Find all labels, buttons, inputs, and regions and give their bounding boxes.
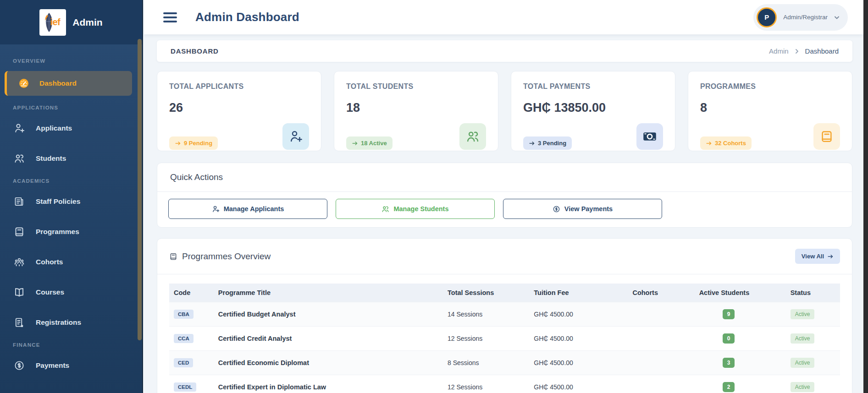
tuition-fee: GH₵ 4500.00 (529, 302, 628, 327)
tuition-fee: GH₵ 4500.00 (529, 375, 628, 393)
sidebar-item-students[interactable]: Students (0, 148, 142, 169)
quick-actions-header: Quick Actions (157, 163, 852, 192)
newspaper-icon (14, 196, 25, 207)
user-menu[interactable]: P Admin/Registrar (753, 4, 848, 31)
stat-label: TOTAL STUDENTS (346, 82, 486, 91)
stat-icon-tile (636, 123, 663, 150)
content: DASHBOARD Admin Dashboard TOTAL APPLICAN… (144, 34, 863, 393)
stat-value: 8 (700, 101, 840, 115)
stat-value: GH₵ 13850.00 (523, 101, 663, 115)
stat-label: TOTAL PAYMENTS (523, 82, 663, 91)
people-icon (381, 205, 389, 213)
status-badge: Active (791, 358, 815, 368)
cohorts-count (628, 351, 694, 375)
nav-section-finance: FINANCE (13, 342, 142, 348)
status-badge: 3 Pending (523, 136, 572, 150)
column-header-active-students: Active Students (695, 284, 786, 302)
arrow-right-icon (529, 140, 535, 147)
stat-icon-tile (459, 123, 486, 150)
sidebar-item-label: Staff Policies (36, 197, 80, 206)
programme-code-badge: CED (174, 358, 193, 367)
menu-icon[interactable] (161, 11, 179, 24)
sidebar-item-label: Payments (36, 361, 69, 370)
person-plus-icon (289, 130, 303, 143)
status-badge: 32 Cohorts (700, 136, 752, 150)
stat-label: TOTAL APPLICANTS (169, 82, 309, 91)
book-icon (14, 226, 25, 237)
manage-applicants-button[interactable]: Manage Applicants (168, 199, 327, 219)
user-role: Admin/Registrar (783, 14, 828, 21)
brand-logo: ief (39, 9, 66, 36)
stat-card-total-students: TOTAL STUDENTS 18 18 Active (334, 71, 498, 151)
tuition-fee: GH₵ 4500.00 (529, 327, 628, 351)
chevron-right-icon (793, 48, 801, 55)
programmes-overview-header: Programmes Overview View All (157, 239, 852, 274)
status-badge: Active (791, 309, 815, 319)
breadcrumb-admin-link[interactable]: Admin (769, 47, 789, 55)
main-area: Admin Dashboard P Admin/Registrar DASHBO… (144, 0, 863, 393)
chevron-down-icon (833, 14, 840, 21)
speedometer-icon (18, 78, 29, 89)
column-header-programme-title: Programme Title (214, 284, 443, 302)
breadcrumb-bar: DASHBOARD Admin Dashboard (157, 40, 852, 62)
column-header-tuition-fee: Tuition Fee (529, 284, 628, 302)
nav-section-academics: ACADEMICS (13, 178, 142, 184)
page-title: Admin Dashboard (195, 10, 299, 24)
total-sessions: 12 Sessions (443, 327, 529, 351)
sidebar-item-label: Students (36, 154, 66, 163)
quick-actions-panel: Quick Actions Manage Applicants Manage S… (157, 163, 852, 228)
active-students-badge: 0 (723, 333, 735, 344)
sidebar-item-applicants[interactable]: Applicants (0, 118, 142, 139)
sidebar-scrollbar[interactable] (138, 39, 142, 340)
open-book-icon (14, 287, 25, 298)
status-badge: Active (791, 382, 815, 392)
table-row: CCA Certified Credit Analyst 12 Sessions… (169, 327, 840, 351)
active-students-badge: 3 (723, 358, 735, 368)
sidebar-item-registrations[interactable]: Registrations (0, 312, 142, 333)
page-scrollbar[interactable] (863, 0, 868, 393)
people-icon (14, 153, 25, 164)
coin-icon (553, 205, 560, 213)
sidebar-item-label: Dashboard (39, 79, 77, 87)
status-badge: Active (791, 333, 815, 344)
avatar: P (757, 7, 777, 27)
sidebar-item-programmes[interactable]: Programmes (0, 221, 142, 242)
programme-title: Certified Budget Analyst (218, 311, 296, 318)
nav-section-overview: OVERVIEW (13, 58, 142, 64)
sidebar-item-label: Cohorts (36, 258, 63, 266)
cohorts-count (628, 375, 694, 393)
brand-name: Admin (72, 17, 102, 28)
brand-logo-text: ief (50, 17, 60, 27)
sidebar-item-staff-policies[interactable]: Staff Policies (0, 191, 142, 212)
group-icon (14, 257, 25, 267)
table-row: CEDL Certified Expert in Diplomatic Law … (169, 375, 840, 393)
programmes-table: Code Programme Title Total Sessions Tuit… (169, 284, 840, 393)
view-payments-button[interactable]: View Payments (503, 199, 662, 219)
person-plus-icon (14, 123, 25, 134)
view-all-button[interactable]: View All (795, 249, 840, 264)
column-header-cohorts: Cohorts (628, 284, 694, 302)
sidebar-item-label: Courses (36, 288, 64, 296)
sidebar-item-label: Programmes (36, 228, 79, 236)
tuition-fee: GH₵ 4500.00 (529, 351, 628, 375)
stat-card-total-applicants: TOTAL APPLICANTS 26 9 Pending (157, 71, 321, 151)
sidebar-nav: OVERVIEW Dashboard APPLICATIONS Applican… (0, 44, 142, 376)
sidebar-item-courses[interactable]: Courses (0, 282, 142, 303)
sidebar-item-dashboard[interactable]: Dashboard (5, 71, 132, 96)
sidebar-item-cohorts[interactable]: Cohorts (0, 251, 142, 273)
breadcrumb-current[interactable]: Dashboard (805, 47, 839, 55)
arrow-right-icon (706, 140, 712, 147)
stat-label: PROGRAMMES (700, 82, 840, 91)
programmes-overview-panel: Programmes Overview View All Code Progra… (157, 238, 852, 393)
sidebar: ief Admin OVERVIEW Dashboard APPLICATION… (0, 0, 143, 393)
sidebar-item-label: Applicants (36, 124, 72, 132)
stat-value: 26 (169, 101, 309, 115)
table-header-row: Code Programme Title Total Sessions Tuit… (169, 284, 840, 302)
quick-actions-title: Quick Actions (170, 172, 223, 182)
stats-row: TOTAL APPLICANTS 26 9 Pending TOTAL STUD… (157, 71, 852, 151)
book-icon (169, 252, 177, 261)
sidebar-item-payments[interactable]: Payments (0, 355, 142, 376)
stat-card-programmes: PROGRAMMES 8 32 Cohorts (688, 71, 852, 151)
admin-dashboard-page: ief Admin OVERVIEW Dashboard APPLICATION… (0, 0, 868, 393)
manage-students-button[interactable]: Manage Students (336, 199, 495, 219)
